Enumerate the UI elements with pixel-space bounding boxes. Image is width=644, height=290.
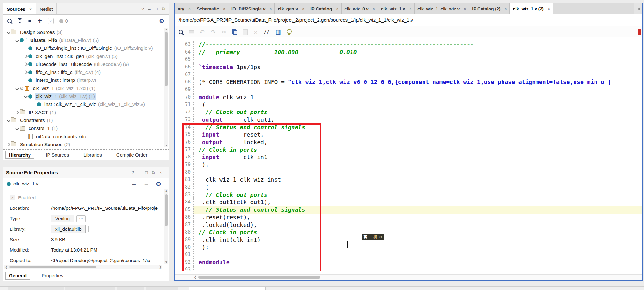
editor-tab-io-diff2single-v[interactable]: IO_Diff2Single.v× (228, 3, 275, 14)
expander-open-icon[interactable] (15, 126, 20, 131)
properties-gear-icon[interactable]: ⚙ (156, 180, 161, 188)
code-line-85[interactable]: 85 // Status and control signals (175, 206, 642, 214)
ime-indicator[interactable]: 英 ‥ 拼 ⚙ (362, 234, 384, 240)
bottom-panel-tab-stub[interactable] (146, 287, 178, 290)
panel-tab-sources[interactable]: Sources× (3, 3, 36, 14)
help-button[interactable]: ? (141, 7, 144, 11)
scrollbar-thumb[interactable] (198, 276, 320, 279)
editor-tab-clk-wiz-0-v[interactable]: clk_wiz_0.v× (342, 3, 378, 14)
property-value[interactable]: xil_defaultlib (51, 225, 86, 233)
close-button[interactable]: × (159, 170, 162, 175)
code-line-65[interactable]: 65 (175, 56, 642, 63)
float-button[interactable]: ⧉ (152, 170, 155, 175)
close-icon[interactable]: × (302, 7, 304, 11)
add-sources-icon[interactable]: + (38, 17, 42, 24)
tab-scroll-left-button[interactable] (634, 3, 642, 14)
help-button[interactable]: ? (132, 170, 134, 175)
code-line-64[interactable]: 64// __primary__________100.000_________… (175, 48, 642, 56)
code-line-82[interactable]: 82 ( (175, 184, 642, 191)
code-line-77[interactable]: 77// Clock in ports (175, 146, 642, 154)
code-line-66[interactable]: 66`timescale 1ps/1ps (175, 63, 642, 71)
code-line-90[interactable]: 90 ); (175, 244, 642, 251)
property-value[interactable]: Verilog (51, 215, 74, 222)
more-button[interactable]: ⋯ (88, 226, 97, 232)
sources-view-tab-libraries[interactable]: Libraries (80, 151, 105, 158)
close-icon[interactable]: × (464, 7, 466, 11)
editor-tab-schematic[interactable]: Schematic× (194, 3, 228, 14)
tree-item-interp-inst-interp[interactable]: interp_inst : interp(interp.v) (3, 76, 164, 84)
scrollbar-thumb[interactable] (165, 32, 168, 86)
expander-closed-icon[interactable] (15, 110, 20, 115)
tree-item-design-sources[interactable]: Design Sources(3) (3, 28, 164, 36)
settings-gear-icon[interactable]: ⚙ (159, 17, 164, 25)
properties-scrollbar[interactable]: ▲ ▼ (164, 189, 168, 264)
code-line-78[interactable]: 78 input clk_in1 (175, 153, 642, 161)
scroll-up-icon[interactable]: ▲ (164, 28, 168, 31)
code-line-76[interactable]: 76 output locked, (175, 139, 642, 146)
tree-item-ip-xact[interactable]: IP-XACT(1) (3, 108, 164, 116)
code-line-63[interactable]: 63//------------------------------------… (175, 41, 642, 48)
tree-item-constrs-1[interactable]: constrs_1(1) (3, 125, 164, 132)
close-icon[interactable]: × (29, 7, 32, 11)
scroll-right-icon[interactable]: ❯ (158, 265, 162, 269)
code-line-69[interactable]: 69 (175, 86, 642, 93)
close-icon[interactable]: × (409, 7, 411, 11)
editor-tab-clk-wiz-1-v[interactable]: clk_wiz_1.v× (378, 3, 415, 14)
editor-tab-clk-wiz-1-clk-wiz-v[interactable]: clk_wiz_1_clk_wiz.v× (415, 3, 469, 14)
tree-item-simulation-sources[interactable]: Simulation Sources(2) (3, 140, 164, 147)
code-line-87[interactable]: 87 .locked(locked), (175, 221, 642, 229)
tree-item-uidata-fifo[interactable]: ∴uiData_Fifo(uiData_Fifo.v) (5) (3, 36, 164, 44)
code-line-88[interactable]: 88// Clock in ports (175, 229, 642, 236)
editor-tab-ary[interactable]: ary× (175, 3, 194, 14)
code-line-84[interactable]: 84 .clk_out1(clk_out1), (175, 198, 642, 206)
code-area[interactable]: 63//------------------------------------… (175, 37, 642, 271)
properties-hscrollbar[interactable]: ❮ ❯ (4, 265, 162, 269)
code-line-74[interactable]: 74 // Status and control signals (175, 124, 642, 131)
code-line-92[interactable]: 92endmodule (175, 259, 642, 266)
maximize-button[interactable]: □ (155, 7, 158, 11)
scroll-up-icon[interactable]: ▲ (164, 189, 168, 193)
scroll-down-icon[interactable]: ▼ (164, 261, 168, 264)
close-icon[interactable]: × (548, 7, 550, 11)
tree-item-uidata-constraints-xdc[interactable]: uiData_constraints.xdc (3, 132, 164, 140)
expander-closed-icon[interactable] (6, 142, 11, 147)
minimize-button[interactable]: ‒ (148, 7, 151, 11)
expander-open-icon[interactable] (15, 38, 20, 43)
close-icon[interactable]: × (336, 7, 338, 11)
tree-item-clk-wiz-1[interactable]: clk_wiz_1(clk_wiz_1.v) (1) (3, 92, 164, 100)
sources-view-tab-ip-sources[interactable]: IP Sources (43, 151, 72, 158)
bottom-panel-tab-stub[interactable] (189, 287, 266, 290)
bottom-panel-tab-stub[interactable] (8, 287, 64, 290)
sources-view-tab-hierarchy[interactable]: Hierarchy (5, 151, 34, 159)
bottom-panel-tab-stub[interactable] (65, 287, 115, 290)
tree-item-clk-wiz-1[interactable]: ⚙clk_wiz_1(clk_wiz_1.xci) (1) (3, 84, 164, 92)
code-line-73[interactable]: 73 output clk_out1, (175, 116, 642, 124)
find-icon[interactable] (179, 30, 183, 34)
expander-closed-icon[interactable] (23, 70, 28, 75)
editor-hscrollbar[interactable]: ❮ (175, 274, 642, 280)
panel-tab-netlist[interactable]: Netlist (36, 3, 57, 14)
copy-icon[interactable] (232, 29, 237, 35)
back-arrow-icon[interactable]: ← (131, 180, 137, 187)
code-line-72[interactable]: 72 // Clock out ports (175, 108, 642, 116)
sources-tree-scrollbar[interactable]: ▲ ▼ (164, 28, 168, 147)
tree-item-constraints[interactable]: Constraints(1) (3, 116, 164, 124)
code-line-89[interactable]: 89 .clk_in1(clk_in1) (175, 236, 642, 244)
float-button[interactable]: ⧉ (162, 6, 165, 11)
tree-item-io-diff2single-ins-io-diff2single[interactable]: IO_Diff2Single_ins : IO_Diff2Single(IO_D… (3, 44, 164, 52)
tree-item-inst-clk-wiz-1-clk-wiz[interactable]: inst : clk_wiz_1_clk_wiz(clk_wiz_1_clk_w… (3, 100, 164, 108)
close-icon[interactable]: × (373, 7, 375, 11)
code-line-75[interactable]: 75 input reset, (175, 131, 642, 139)
code-line-86[interactable]: 86 .reset(reset), (175, 214, 642, 221)
editor-tab-clk-gen-v[interactable]: clk_gen.v× (275, 3, 307, 14)
code-line-67[interactable]: 67 (175, 71, 642, 79)
tree-item-clk-gen-inst-clk-gen[interactable]: clk_gen_inst : clk_gen(clk_gen.v) (5) (3, 52, 164, 60)
more-button[interactable]: ⋯ (76, 215, 86, 222)
scroll-down-icon[interactable]: ▼ (164, 144, 168, 147)
bottom-panel-tab-stub[interactable] (117, 287, 144, 290)
close-icon[interactable]: × (223, 7, 225, 11)
code-line-93[interactable]: 93 (175, 266, 642, 271)
expander-open-icon[interactable] (6, 118, 11, 123)
code-line-80[interactable]: 80 (175, 169, 642, 176)
editor-tab-ip-catalog[interactable]: IP Catalog× (307, 3, 341, 14)
